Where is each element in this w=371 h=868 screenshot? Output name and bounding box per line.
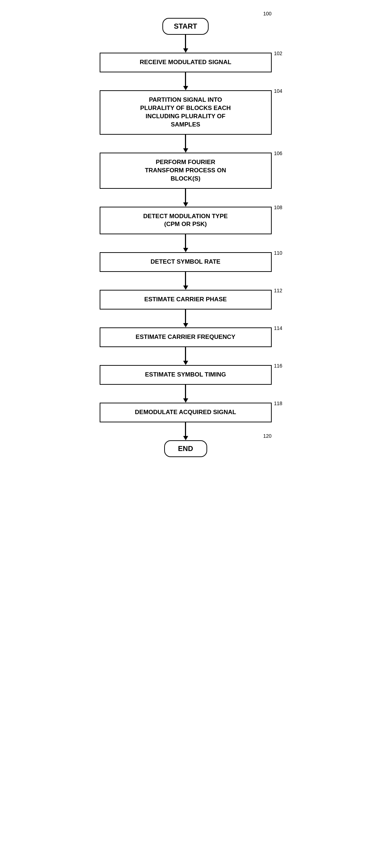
arrow-head (183, 86, 188, 90)
step114-node: ESTIMATE CARRIER FREQUENCY (100, 327, 272, 347)
arrow-line (185, 189, 186, 202)
step106-wrapper: 106 PERFORM FOURIERTRANSFORM PROCESS ONB… (78, 153, 293, 189)
ref-112: 112 (274, 288, 282, 293)
arrow-line (185, 422, 186, 436)
arrow-8 (183, 347, 188, 365)
arrow-3 (183, 135, 188, 153)
arrow-4 (183, 189, 188, 207)
step118-node: DEMODULATE ACQUIRED SIGNAL (100, 403, 272, 422)
arrow-head (183, 398, 188, 403)
ref-104: 104 (274, 88, 282, 94)
ref-100: 100 (263, 11, 271, 16)
step106-node: PERFORM FOURIERTRANSFORM PROCESS ONBLOCK… (100, 153, 272, 189)
start-node-wrapper: 100 START (78, 18, 293, 35)
arrow-line (185, 35, 186, 48)
arrow-line (185, 385, 186, 398)
arrow-head (183, 48, 188, 53)
arrow-line (185, 135, 186, 148)
flowchart: 100 START 102 RECEIVE MODULATED SIGNAL 1… (78, 7, 293, 468)
arrow-6 (183, 272, 188, 290)
ref-120: 120 (263, 433, 271, 439)
ref-114: 114 (274, 325, 282, 331)
step108-node: DETECT MODULATION TYPE(CPM OR PSK) (100, 207, 272, 235)
end-node: END (164, 440, 207, 457)
ref-118: 118 (274, 401, 282, 406)
step102-wrapper: 102 RECEIVE MODULATED SIGNAL (78, 53, 293, 72)
step110-node: DETECT SYMBOL RATE (100, 252, 272, 272)
arrow-head (183, 248, 188, 252)
arrow-line (185, 72, 186, 86)
arrow-2 (183, 72, 188, 90)
arrow-line (185, 347, 186, 361)
arrow-1 (183, 35, 188, 53)
ref-108: 108 (274, 205, 282, 210)
arrow-head (183, 148, 188, 153)
step118-wrapper: 118 DEMODULATE ACQUIRED SIGNAL (78, 403, 293, 422)
step102-node: RECEIVE MODULATED SIGNAL (100, 53, 272, 72)
arrow-7 (183, 310, 188, 327)
arrow-head (183, 323, 188, 327)
step110-wrapper: 110 DETECT SYMBOL RATE (78, 252, 293, 272)
arrow-head (183, 361, 188, 365)
arrow-head (183, 436, 188, 440)
arrow-9 (183, 385, 188, 403)
step116-wrapper: 116 ESTIMATE SYMBOL TIMING (78, 365, 293, 385)
arrow-line (185, 234, 186, 248)
step116-node: ESTIMATE SYMBOL TIMING (100, 365, 272, 385)
arrow-line (185, 310, 186, 323)
step114-wrapper: 114 ESTIMATE CARRIER FREQUENCY (78, 327, 293, 347)
step108-wrapper: 108 DETECT MODULATION TYPE(CPM OR PSK) (78, 207, 293, 235)
ref-116: 116 (274, 363, 282, 369)
arrow-head (183, 286, 188, 290)
start-node: START (162, 18, 209, 35)
ref-110: 110 (274, 250, 282, 256)
arrow-head (183, 202, 188, 207)
step104-node: PARTITION SIGNAL INTOPLURALITY OF BLOCKS… (100, 90, 272, 135)
arrow-line (185, 272, 186, 286)
ref-102: 102 (274, 51, 282, 56)
step104-wrapper: 104 PARTITION SIGNAL INTOPLURALITY OF BL… (78, 90, 293, 135)
ref-106: 106 (274, 150, 282, 156)
step112-node: ESTIMATE CARRIER PHASE (100, 290, 272, 310)
step112-wrapper: 112 ESTIMATE CARRIER PHASE (78, 290, 293, 310)
arrow-5 (183, 234, 188, 252)
end-node-wrapper: 120 END (78, 440, 293, 457)
arrow-10 (183, 422, 188, 440)
